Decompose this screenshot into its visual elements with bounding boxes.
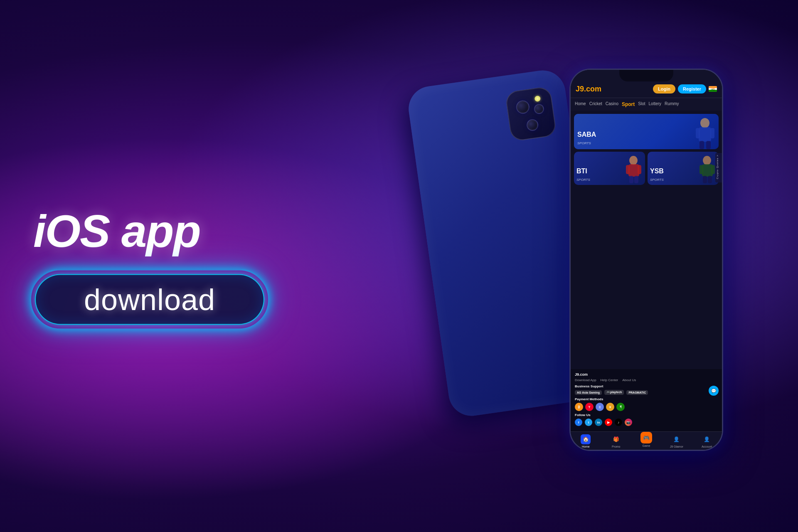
promo-nav-icon: 🎁	[611, 434, 621, 444]
phone-front: J9.com Login Register 🇮🇳 Home Cricket Ca…	[569, 69, 723, 451]
svg-rect-10	[629, 176, 633, 183]
india-flag-icon: 🇮🇳	[709, 86, 717, 92]
svg-rect-1	[699, 127, 711, 142]
facebook-icon[interactable]: f	[575, 419, 582, 426]
bottom-nav: 🏠 Home 🎁 Promo 🎮 Game 👤 J9 Glamor 👤	[571, 431, 722, 450]
nav-rummy[interactable]: Rummy	[665, 101, 679, 107]
business-support-title: Business Support	[575, 384, 718, 388]
glamor-nav-label: J9 Glamor	[670, 445, 683, 448]
game-nav-label: Game	[642, 444, 650, 447]
crypto-sidebar-text: Crypto Quotes >	[716, 155, 719, 179]
ag-logo: AG Asia Gaming	[575, 390, 602, 395]
svg-rect-15	[711, 165, 715, 174]
ysb-card-text: YSB SPORTS	[650, 167, 664, 182]
account-nav-icon: 👤	[702, 434, 712, 444]
phone-screen: J9.com Login Register 🇮🇳 Home Cricket Ca…	[571, 70, 722, 450]
glamor-nav-icon: 👤	[672, 434, 682, 444]
app-footer: J9.com Download App Help Center About Us…	[571, 369, 722, 431]
svg-point-6	[629, 156, 638, 165]
nav-lottery[interactable]: Lottery	[649, 101, 662, 107]
pragmatic-logo: PRAGMATIC	[626, 390, 648, 395]
player-bti-figure	[624, 156, 643, 185]
player-ysb-figure	[698, 156, 717, 185]
linkedin-icon[interactable]: in	[595, 419, 602, 426]
download-button[interactable]: download	[33, 273, 266, 327]
ysb-card[interactable]: YSB SPORTS	[648, 152, 719, 185]
svg-rect-4	[699, 141, 704, 149]
nav-home[interactable]: Home	[575, 101, 586, 107]
nav-casino[interactable]: Casino	[606, 101, 618, 107]
nav-sport[interactable]: Sport	[622, 101, 635, 107]
sport-cards-row: BTI SPORTS	[574, 152, 719, 185]
twitter-icon[interactable]: t	[585, 419, 592, 426]
bottom-nav-account[interactable]: 👤 Account	[692, 434, 722, 448]
heading-ios-app: iOS app	[33, 206, 200, 256]
download-label: download	[84, 283, 215, 317]
nav-slot[interactable]: Slot	[638, 101, 645, 107]
svg-rect-16	[703, 176, 707, 183]
footer-links: Download App Help Center About Us	[575, 378, 718, 382]
footer-link-about[interactable]: About Us	[622, 378, 636, 382]
account-nav-label: Account	[702, 445, 712, 448]
bti-card[interactable]: BTI SPORTS	[574, 152, 645, 185]
inr-icon: ₹	[616, 403, 625, 411]
youtube-icon[interactable]: ▶	[605, 419, 612, 426]
app-content: SABA SPORTS	[571, 111, 722, 369]
bottom-nav-home[interactable]: 🏠 Home	[571, 434, 601, 448]
camera-lens-secondary	[533, 103, 544, 115]
app-nav: Home Cricket Casino Sport Slot Lottery R…	[571, 98, 722, 111]
home-nav-label: Home	[582, 445, 590, 448]
ethereum-icon: Ξ	[596, 403, 604, 411]
svg-point-12	[703, 156, 711, 165]
playtech-logo: 🎮playtech	[604, 390, 624, 395]
header-buttons: Login Register 🇮🇳	[653, 84, 717, 94]
login-button[interactable]: Login	[653, 84, 675, 94]
business-logos: AG Asia Gaming 🎮playtech PRAGMATIC	[575, 390, 718, 395]
payment-icons: ₿ T Ξ ¥ ₹	[575, 403, 718, 411]
svg-rect-2	[696, 128, 700, 138]
game-nav-icon: 🎮	[640, 432, 652, 443]
payment-methods-title: Payment Methods	[575, 397, 718, 401]
camera-lens-main	[515, 99, 530, 114]
bottom-nav-game[interactable]: 🎮 Game	[631, 434, 662, 448]
player-saba-figure	[694, 118, 717, 149]
chat-bubble[interactable]: 💬	[709, 386, 719, 396]
phones-container: J9.com Login Register 🇮🇳 Home Cricket Ca…	[453, 69, 723, 463]
svg-rect-14	[699, 165, 703, 174]
svg-rect-3	[710, 128, 714, 138]
tiktok-icon[interactable]: ♪	[615, 419, 622, 426]
svg-rect-5	[706, 141, 711, 149]
footer-link-download[interactable]: Download App	[575, 378, 596, 382]
app-logo: J9.com	[576, 85, 601, 94]
home-nav-icon: 🏠	[581, 434, 591, 444]
svg-rect-8	[626, 165, 630, 174]
instagram-icon[interactable]: 📷	[625, 419, 632, 426]
camera-flash	[534, 96, 541, 102]
bottom-nav-glamor[interactable]: 👤 J9 Glamor	[661, 434, 692, 448]
bitcoin-icon: ₿	[575, 403, 583, 411]
register-button[interactable]: Register	[678, 84, 706, 94]
left-content: iOS app download	[33, 206, 266, 327]
camera-module	[505, 86, 557, 142]
follow-us-title: Follow Us	[575, 413, 718, 417]
camera-lens-tertiary	[526, 118, 539, 132]
download-inner: download	[35, 274, 264, 325]
svg-rect-9	[638, 165, 641, 174]
saba-card[interactable]: SABA SPORTS	[574, 114, 719, 149]
bottom-nav-promo[interactable]: 🎁 Promo	[601, 434, 631, 448]
footer-link-help[interactable]: Help Center	[601, 378, 618, 382]
yen-icon: ¥	[606, 403, 614, 411]
crypto-quotes-sidebar: Crypto Quotes >	[715, 153, 722, 182]
promo-nav-label: Promo	[612, 445, 621, 448]
tron-icon: T	[585, 403, 594, 411]
svg-point-0	[700, 118, 709, 128]
svg-rect-17	[708, 176, 712, 183]
saba-card-text: SABA SPORTS	[577, 131, 596, 146]
social-icons: f t in ▶ ♪ 📷	[575, 419, 718, 426]
nav-cricket[interactable]: Cricket	[589, 101, 602, 107]
footer-brand: J9.com	[575, 372, 718, 377]
bti-card-text: BTI SPORTS	[576, 167, 590, 182]
svg-rect-11	[634, 176, 638, 183]
phone-notch	[619, 70, 673, 81]
